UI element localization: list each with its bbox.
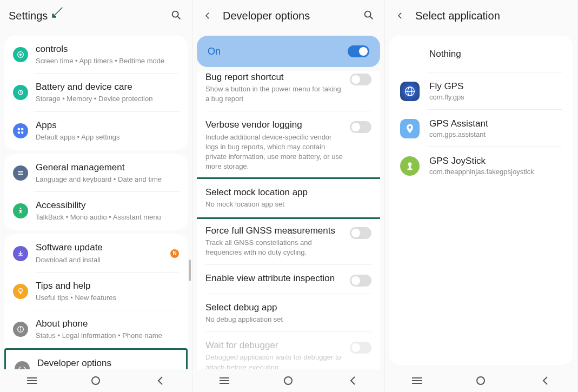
app-item-gps-joystick[interactable]: GPS JoyStick com.theappninjas.fakegpsjoy…: [389, 147, 573, 184]
dev-list: Bug report shortcut Show a button in the…: [197, 71, 380, 369]
nav-back[interactable]: [336, 376, 369, 386]
developer-options-panel: Developer options On Bug report shortcut…: [192, 0, 385, 392]
dev-subtitle: No debug application set: [205, 315, 366, 324]
settings-panel: Settings controls Screen time • App time…: [0, 0, 192, 392]
scrollbar[interactable]: [189, 260, 191, 281]
svg-point-31: [409, 126, 411, 129]
app-name: Nothing: [429, 49, 461, 59]
wellbeing-icon: [13, 47, 28, 62]
settings-item-apps[interactable]: Apps Default apps • App settings: [4, 112, 188, 150]
settings-item-update[interactable]: Software update Download and install N: [4, 234, 188, 272]
settings-content: controls Screen time • App timers • Bedt…: [0, 31, 192, 369]
item-title: controls: [36, 43, 179, 55]
settings-item-tips[interactable]: Tips and help Useful tips • New features: [4, 273, 188, 310]
joystick-icon: [400, 156, 420, 176]
item-title: About phone: [36, 318, 179, 330]
toggle-switch[interactable]: [350, 275, 371, 287]
svg-rect-8: [21, 131, 23, 134]
app-header: Select application: [385, 0, 577, 31]
item-text: Tips and help Useful tips • New features: [36, 280, 179, 303]
settings-group: controls Screen time • App timers • Bedt…: [4, 36, 188, 150]
search-icon[interactable]: [363, 9, 376, 22]
dev-text: Force full GNSS measurements Track all G…: [205, 225, 350, 257]
dev-item-debug-app[interactable]: Select debug app No debug application se…: [197, 294, 380, 332]
item-subtitle: Default apps • App settings: [36, 132, 179, 142]
toggle-switch[interactable]: [348, 45, 369, 57]
settings-item-developer-options[interactable]: Developer options Developer options: [4, 348, 188, 369]
settings-item-controls[interactable]: controls Screen time • App timers • Bedt…: [4, 36, 188, 74]
dev-subtitle: Show a button in the power menu for taki…: [205, 84, 344, 104]
battery-icon: [13, 85, 28, 100]
dev-text: Verbose vendor logging Include additiona…: [205, 119, 350, 171]
svg-rect-6: [21, 128, 23, 130]
navbar: [192, 369, 384, 392]
dev-master-toggle[interactable]: On: [197, 36, 380, 67]
app-item-gps-assistant[interactable]: GPS Assistant com.gps.assistant: [389, 110, 573, 147]
toggle-switch[interactable]: [350, 227, 371, 239]
toggle-switch[interactable]: [350, 74, 371, 85]
svg-rect-33: [409, 165, 410, 169]
toggle-switch[interactable]: [350, 121, 371, 133]
svg-point-11: [20, 208, 22, 209]
settings-item-about[interactable]: About phone Status • Legal information •…: [4, 310, 188, 348]
nav-home[interactable]: [464, 376, 497, 386]
settings-item-accessibility[interactable]: Accessibility TalkBack • Mono audio • As…: [4, 192, 188, 230]
update-icon: [13, 246, 28, 261]
dev-item-view-attr[interactable]: Enable view attribute inspection: [197, 265, 380, 294]
dev-title: Select mock location app: [205, 187, 366, 198]
on-label: On: [208, 46, 221, 57]
dev-text: Enable view attribute inspection: [205, 273, 350, 284]
toggle-col: [350, 340, 371, 354]
item-title: Apps: [36, 119, 179, 131]
item-title: Developer options: [37, 357, 177, 369]
dev-item-gnss[interactable]: Force full GNSS measurements Track all G…: [197, 217, 380, 265]
settings-item-general[interactable]: General management Language and keyboard…: [4, 154, 188, 192]
app-icon-none: [400, 44, 420, 64]
svg-rect-10: [18, 174, 23, 175]
item-title: General management: [36, 162, 179, 174]
item-title: Software update: [36, 242, 166, 254]
nav-back[interactable]: [529, 376, 561, 386]
svg-rect-9: [18, 171, 23, 172]
nav-home[interactable]: [272, 376, 304, 386]
search-icon[interactable]: [170, 9, 183, 22]
nav-recents[interactable]: [208, 377, 241, 384]
app-title: Select application: [415, 10, 568, 22]
toggle-col: [350, 71, 371, 85]
svg-point-17: [20, 327, 21, 328]
notification-badge: N: [170, 249, 179, 258]
svg-point-34: [407, 168, 413, 170]
toggle-col: [350, 273, 371, 287]
nav-recents[interactable]: [16, 377, 48, 384]
dev-item-bug-report[interactable]: Bug report shortcut Show a button in the…: [197, 71, 380, 111]
dev-item-verbose-logging[interactable]: Verbose vendor logging Include additiona…: [197, 111, 380, 179]
settings-item-battery[interactable]: Battery and device care Storage • Memory…: [4, 74, 188, 111]
back-icon[interactable]: [394, 9, 407, 22]
item-subtitle: Storage • Memory • Device protection: [36, 94, 179, 104]
app-package: com.fly.gps: [429, 93, 464, 101]
accessibility-icon: [13, 203, 28, 218]
back-icon[interactable]: [201, 9, 214, 22]
dev-item-wait-debugger: Wait for debugger Debugged application w…: [197, 332, 380, 369]
app-text: Nothing: [429, 49, 461, 59]
item-title: Accessibility: [36, 200, 179, 211]
dev-title: Enable view attribute inspection: [205, 273, 344, 284]
nav-home[interactable]: [79, 376, 112, 386]
general-icon: [13, 165, 28, 181]
dev-subtitle: Include additional device-specific vendo…: [205, 132, 344, 172]
app-item-nothing[interactable]: Nothing: [389, 36, 573, 72]
dev-header: Developer options: [192, 0, 384, 31]
globe-icon: [400, 82, 420, 101]
item-text: Software update Download and install: [36, 242, 166, 264]
dev-text: Select debug app No debug application se…: [205, 302, 371, 324]
nav-back[interactable]: [144, 376, 176, 386]
item-title: Tips and help: [36, 280, 179, 292]
app-item-fly-gps[interactable]: Fly GPS com.fly.gps: [389, 72, 573, 110]
svg-rect-5: [18, 128, 20, 130]
item-subtitle: Useful tips • New features: [36, 293, 179, 303]
settings-title: Settings: [9, 10, 170, 22]
dev-item-mock-location[interactable]: Select mock location app No mock locatio…: [197, 177, 380, 218]
item-text: About phone Status • Legal information •…: [36, 318, 179, 341]
svg-rect-12: [18, 255, 23, 256]
nav-recents[interactable]: [401, 377, 433, 384]
